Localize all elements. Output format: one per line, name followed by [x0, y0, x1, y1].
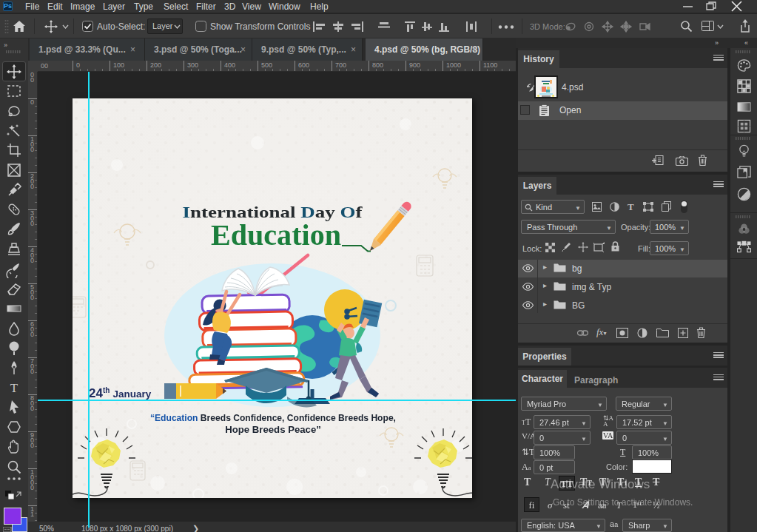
svg-text:T: T	[10, 381, 18, 395]
svg-text:“Education Breeds Confidence,: “Education Breeds Confidence, Confidence…	[150, 412, 396, 423]
svg-text:24thJanuary: 24thJanuary	[89, 386, 152, 400]
svg-text:Education: Education	[211, 219, 341, 251]
svg-text:Hope Breeds Peace”: Hope Breeds Peace”	[225, 424, 321, 435]
